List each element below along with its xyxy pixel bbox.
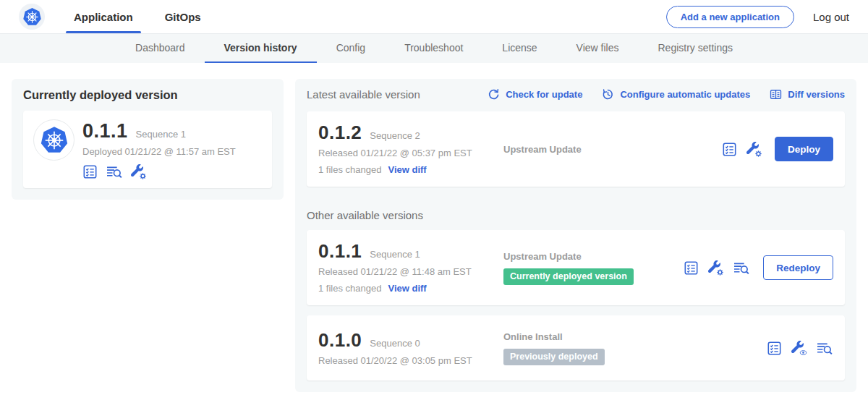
version-number: 0.1.1 bbox=[318, 242, 362, 260]
app-subnav: Dashboard Version history Config Trouble… bbox=[0, 34, 868, 63]
released-timestamp: Released 01/21/22 @ 11:48 am EST bbox=[318, 266, 503, 277]
version-number: 0.1.0 bbox=[318, 331, 362, 349]
edit-config-icon[interactable] bbox=[746, 142, 762, 157]
released-timestamp: Released 01/21/22 @ 05:37 pm EST bbox=[318, 148, 503, 158]
check-for-update-label: Check for update bbox=[506, 89, 582, 100]
edit-config-icon[interactable] bbox=[708, 260, 723, 276]
deploy-button[interactable]: Deploy bbox=[775, 137, 833, 161]
version-card-0-1-1: 0.1.1 Sequence 1 Released 01/21/22 @ 11:… bbox=[307, 230, 845, 305]
refresh-icon bbox=[488, 88, 500, 101]
deployed-version-number: 0.1.1 bbox=[82, 122, 128, 141]
configure-automatic-updates-label: Configure automatic updates bbox=[620, 89, 750, 100]
kubernetes-helm-icon bbox=[21, 6, 43, 28]
preflight-checks-icon[interactable] bbox=[82, 164, 98, 179]
version-source: Upstream Update bbox=[503, 144, 722, 155]
source-label: Upstream Update bbox=[503, 251, 676, 262]
sequence-label: Sequence 0 bbox=[370, 338, 420, 349]
version-source: Online Install Previously deployed bbox=[503, 331, 767, 365]
view-config-icon[interactable] bbox=[791, 341, 807, 356]
deploy-logs-icon[interactable] bbox=[816, 341, 833, 356]
top-navbar: Application GitOps Add a new application… bbox=[0, 0, 868, 34]
source-label: Online Install bbox=[503, 331, 760, 342]
deployed-sequence-label: Sequence 1 bbox=[136, 129, 186, 140]
version-card-0-1-2: 0.1.2 Sequence 2 Released 01/21/22 @ 05:… bbox=[307, 111, 845, 187]
gear-icon bbox=[139, 172, 147, 180]
deployed-timestamp: Deployed 01/21/22 @ 11:57 am EST bbox=[82, 146, 236, 157]
subnav-version-history[interactable]: Version history bbox=[205, 34, 317, 63]
kubernetes-logo bbox=[19, 4, 45, 30]
main-content: Currently deployed version 0.1.1 Sequenc… bbox=[0, 63, 868, 392]
configure-automatic-updates-link[interactable]: Configure automatic updates bbox=[602, 88, 750, 101]
version-details: 0.1.1 Sequence 1 Released 01/21/22 @ 11:… bbox=[318, 242, 503, 294]
view-diff-link[interactable]: View diff bbox=[388, 283, 426, 294]
version-actions bbox=[767, 341, 833, 356]
version-card-0-1-0: 0.1.0 Sequence 0 Released 01/20/22 @ 03:… bbox=[307, 315, 845, 381]
logout-button[interactable]: Log out bbox=[813, 11, 849, 23]
latest-available-header-row: Latest available version Check for updat… bbox=[307, 88, 845, 101]
version-source: Upstream Update Currently deployed versi… bbox=[503, 251, 684, 285]
diff-versions-link[interactable]: Diff versions bbox=[770, 88, 845, 101]
previously-deployed-badge: Previously deployed bbox=[503, 349, 605, 365]
deploy-logs-icon[interactable] bbox=[106, 164, 123, 179]
sequence-label: Sequence 2 bbox=[370, 130, 420, 141]
add-new-application-button[interactable]: Add a new application bbox=[666, 6, 794, 28]
subnav-troubleshoot[interactable]: Troubleshoot bbox=[385, 34, 482, 63]
subnav-registry-settings[interactable]: Registry settings bbox=[639, 34, 752, 63]
kubernetes-helm-icon bbox=[38, 124, 71, 157]
source-label: Upstream Update bbox=[503, 144, 715, 155]
version-actions: Redeploy bbox=[684, 255, 833, 280]
subnav-view-files[interactable]: View files bbox=[557, 34, 639, 63]
deployed-card-actions bbox=[82, 164, 236, 179]
deployed-version-card: 0.1.1 Sequence 1 Deployed 01/21/22 @ 11:… bbox=[23, 111, 272, 188]
deploy-logs-icon[interactable] bbox=[733, 260, 750, 276]
subnav-config[interactable]: Config bbox=[317, 34, 385, 63]
latest-available-header: Latest available version bbox=[307, 88, 420, 101]
subnav-dashboard[interactable]: Dashboard bbox=[116, 34, 205, 63]
currently-deployed-panel: Currently deployed version 0.1.1 Sequenc… bbox=[12, 79, 284, 200]
tab-application[interactable]: Application bbox=[58, 0, 149, 33]
deployed-version-details: 0.1.1 Sequence 1 Deployed 01/21/22 @ 11:… bbox=[82, 119, 236, 179]
preflight-checks-icon[interactable] bbox=[767, 341, 782, 356]
currently-deployed-badge: Currently deployed version bbox=[503, 268, 634, 285]
available-versions-panel: Latest available version Check for updat… bbox=[295, 79, 856, 392]
tab-gitops[interactable]: GitOps bbox=[149, 0, 217, 33]
subnav-license[interactable]: License bbox=[482, 34, 556, 63]
sequence-label: Sequence 1 bbox=[370, 249, 420, 260]
version-number: 0.1.2 bbox=[318, 123, 362, 142]
diff-versions-label: Diff versions bbox=[788, 89, 845, 100]
update-actions: Check for update Configure automatic upd… bbox=[488, 88, 845, 101]
diff-icon bbox=[770, 88, 782, 101]
version-details: 0.1.2 Sequence 2 Released 01/21/22 @ 05:… bbox=[318, 123, 503, 175]
check-for-update-link[interactable]: Check for update bbox=[488, 88, 582, 101]
top-tabs: Application GitOps bbox=[58, 0, 217, 33]
gear-icon bbox=[716, 268, 724, 276]
other-versions-header: Other available versions bbox=[307, 209, 845, 221]
view-diff-link[interactable]: View diff bbox=[388, 164, 426, 175]
preflight-checks-icon[interactable] bbox=[722, 142, 737, 157]
version-actions: Deploy bbox=[722, 137, 833, 161]
redeploy-button[interactable]: Redeploy bbox=[763, 255, 833, 280]
edit-config-icon[interactable] bbox=[131, 164, 146, 179]
released-timestamp: Released 01/20/22 @ 03:05 pm EST bbox=[318, 355, 503, 366]
app-icon bbox=[33, 119, 75, 161]
version-details: 0.1.0 Sequence 0 Released 01/20/22 @ 03:… bbox=[318, 331, 503, 366]
auto-update-clock-icon bbox=[602, 88, 614, 101]
gear-icon bbox=[754, 150, 762, 158]
eye-icon bbox=[799, 349, 807, 357]
deployed-panel-title: Currently deployed version bbox=[23, 88, 272, 102]
files-changed-label: 1 files changed bbox=[318, 164, 381, 175]
preflight-checks-icon[interactable] bbox=[684, 260, 699, 276]
files-changed-label: 1 files changed bbox=[318, 283, 381, 294]
